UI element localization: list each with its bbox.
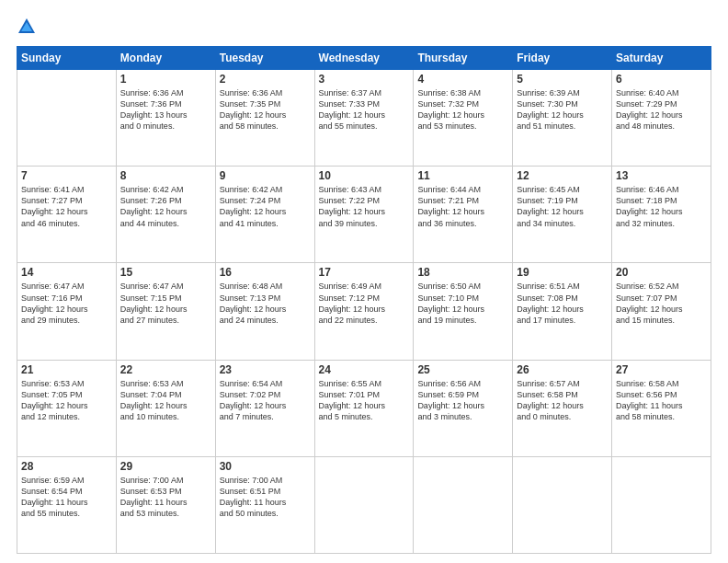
day-number: 2	[220, 73, 311, 86]
header	[17, 17, 711, 37]
logo	[17, 17, 39, 37]
calendar-cell: 5Sunrise: 6:39 AMSunset: 7:30 PMDaylight…	[513, 70, 612, 167]
day-number: 7	[21, 169, 112, 182]
calendar-cell: 10Sunrise: 6:43 AMSunset: 7:22 PMDayligh…	[314, 167, 414, 263]
calendar-cell: 30Sunrise: 7:00 AMSunset: 6:51 PMDayligh…	[215, 456, 314, 553]
calendar-cell: 21Sunrise: 6:53 AMSunset: 7:05 PMDayligh…	[17, 360, 117, 456]
day-info: Sunrise: 6:39 AMSunset: 7:30 PMDaylight:…	[517, 87, 608, 132]
weekday-header-tuesday: Tuesday	[215, 47, 314, 70]
calendar-cell	[414, 456, 513, 553]
day-info: Sunrise: 6:46 AMSunset: 7:18 PMDaylight:…	[616, 184, 707, 229]
day-info: Sunrise: 6:42 AMSunset: 7:26 PMDaylight:…	[120, 184, 211, 229]
weekday-header-saturday: Saturday	[612, 47, 711, 70]
day-info: Sunrise: 6:43 AMSunset: 7:22 PMDaylight:…	[319, 184, 410, 229]
page: SundayMondayTuesdayWednesdayThursdayFrid…	[0, 0, 728, 563]
weekday-header-friday: Friday	[513, 47, 612, 70]
calendar-cell: 27Sunrise: 6:58 AMSunset: 6:56 PMDayligh…	[612, 360, 711, 456]
day-info: Sunrise: 6:40 AMSunset: 7:29 PMDaylight:…	[616, 87, 707, 132]
day-info: Sunrise: 6:42 AMSunset: 7:24 PMDaylight:…	[220, 184, 311, 229]
day-info: Sunrise: 6:50 AMSunset: 7:10 PMDaylight:…	[417, 281, 508, 326]
day-number: 1	[120, 73, 211, 86]
day-number: 22	[120, 363, 211, 376]
day-info: Sunrise: 6:52 AMSunset: 7:07 PMDaylight:…	[616, 281, 707, 326]
day-info: Sunrise: 6:45 AMSunset: 7:19 PMDaylight:…	[517, 184, 608, 229]
calendar-cell: 13Sunrise: 6:46 AMSunset: 7:18 PMDayligh…	[612, 167, 711, 263]
day-info: Sunrise: 6:48 AMSunset: 7:13 PMDaylight:…	[220, 281, 311, 326]
day-number: 18	[417, 266, 508, 279]
day-info: Sunrise: 6:36 AMSunset: 7:35 PMDaylight:…	[220, 87, 311, 132]
calendar-header-row: SundayMondayTuesdayWednesdayThursdayFrid…	[17, 47, 711, 70]
calendar-cell: 28Sunrise: 6:59 AMSunset: 6:54 PMDayligh…	[17, 456, 117, 553]
calendar-cell: 8Sunrise: 6:42 AMSunset: 7:26 PMDaylight…	[116, 167, 215, 263]
calendar-cell: 3Sunrise: 6:37 AMSunset: 7:33 PMDaylight…	[314, 70, 414, 167]
day-info: Sunrise: 6:37 AMSunset: 7:33 PMDaylight:…	[319, 87, 410, 132]
calendar-week-1: 1Sunrise: 6:36 AMSunset: 7:36 PMDaylight…	[17, 70, 711, 167]
day-number: 15	[120, 266, 211, 279]
day-number: 24	[319, 363, 410, 376]
calendar-cell	[314, 456, 414, 553]
calendar-cell: 6Sunrise: 6:40 AMSunset: 7:29 PMDaylight…	[612, 70, 711, 167]
calendar-cell: 7Sunrise: 6:41 AMSunset: 7:27 PMDaylight…	[17, 167, 117, 263]
calendar-cell: 2Sunrise: 6:36 AMSunset: 7:35 PMDaylight…	[215, 70, 314, 167]
day-number: 9	[220, 169, 311, 182]
calendar-cell: 22Sunrise: 6:53 AMSunset: 7:04 PMDayligh…	[116, 360, 215, 456]
day-number: 17	[319, 266, 410, 279]
day-info: Sunrise: 6:59 AMSunset: 6:54 PMDaylight:…	[21, 475, 112, 520]
day-info: Sunrise: 6:47 AMSunset: 7:15 PMDaylight:…	[120, 281, 211, 326]
day-info: Sunrise: 6:58 AMSunset: 6:56 PMDaylight:…	[616, 378, 707, 423]
day-number: 10	[319, 169, 410, 182]
day-number: 11	[417, 169, 508, 182]
day-info: Sunrise: 6:55 AMSunset: 7:01 PMDaylight:…	[319, 378, 410, 423]
day-number: 28	[21, 460, 112, 473]
calendar-cell: 18Sunrise: 6:50 AMSunset: 7:10 PMDayligh…	[414, 263, 513, 360]
calendar-cell: 15Sunrise: 6:47 AMSunset: 7:15 PMDayligh…	[116, 263, 215, 360]
day-number: 4	[417, 73, 508, 86]
day-info: Sunrise: 6:36 AMSunset: 7:36 PMDaylight:…	[120, 87, 211, 132]
day-number: 21	[21, 363, 112, 376]
day-info: Sunrise: 6:56 AMSunset: 6:59 PMDaylight:…	[417, 378, 508, 423]
weekday-header-monday: Monday	[116, 47, 215, 70]
day-number: 29	[120, 460, 211, 473]
day-info: Sunrise: 7:00 AMSunset: 6:53 PMDaylight:…	[120, 475, 211, 520]
calendar-cell	[17, 70, 117, 167]
day-number: 12	[517, 169, 608, 182]
day-info: Sunrise: 6:53 AMSunset: 7:05 PMDaylight:…	[21, 378, 112, 423]
day-info: Sunrise: 6:41 AMSunset: 7:27 PMDaylight:…	[21, 184, 112, 229]
calendar-cell: 29Sunrise: 7:00 AMSunset: 6:53 PMDayligh…	[116, 456, 215, 553]
weekday-header-thursday: Thursday	[414, 47, 513, 70]
day-number: 16	[220, 266, 311, 279]
day-info: Sunrise: 6:49 AMSunset: 7:12 PMDaylight:…	[319, 281, 410, 326]
day-number: 14	[21, 266, 112, 279]
calendar-cell: 20Sunrise: 6:52 AMSunset: 7:07 PMDayligh…	[612, 263, 711, 360]
day-info: Sunrise: 6:54 AMSunset: 7:02 PMDaylight:…	[220, 378, 311, 423]
day-number: 6	[616, 73, 707, 86]
calendar-cell: 9Sunrise: 6:42 AMSunset: 7:24 PMDaylight…	[215, 167, 314, 263]
logo-icon	[17, 17, 37, 37]
calendar-cell: 23Sunrise: 6:54 AMSunset: 7:02 PMDayligh…	[215, 360, 314, 456]
day-number: 23	[220, 363, 311, 376]
day-number: 8	[120, 169, 211, 182]
weekday-header-sunday: Sunday	[17, 47, 117, 70]
day-info: Sunrise: 6:57 AMSunset: 6:58 PMDaylight:…	[517, 378, 608, 423]
calendar-cell: 4Sunrise: 6:38 AMSunset: 7:32 PMDaylight…	[414, 70, 513, 167]
calendar-cell: 24Sunrise: 6:55 AMSunset: 7:01 PMDayligh…	[314, 360, 414, 456]
day-number: 3	[319, 73, 410, 86]
day-info: Sunrise: 6:51 AMSunset: 7:08 PMDaylight:…	[517, 281, 608, 326]
calendar-cell	[513, 456, 612, 553]
calendar-week-3: 14Sunrise: 6:47 AMSunset: 7:16 PMDayligh…	[17, 263, 711, 360]
day-info: Sunrise: 6:44 AMSunset: 7:21 PMDaylight:…	[417, 184, 508, 229]
day-number: 5	[517, 73, 608, 86]
day-number: 25	[417, 363, 508, 376]
calendar-cell: 26Sunrise: 6:57 AMSunset: 6:58 PMDayligh…	[513, 360, 612, 456]
day-number: 27	[616, 363, 707, 376]
calendar-cell: 19Sunrise: 6:51 AMSunset: 7:08 PMDayligh…	[513, 263, 612, 360]
calendar-cell: 11Sunrise: 6:44 AMSunset: 7:21 PMDayligh…	[414, 167, 513, 263]
day-number: 13	[616, 169, 707, 182]
calendar-cell: 17Sunrise: 6:49 AMSunset: 7:12 PMDayligh…	[314, 263, 414, 360]
calendar-week-2: 7Sunrise: 6:41 AMSunset: 7:27 PMDaylight…	[17, 167, 711, 263]
day-number: 30	[220, 460, 311, 473]
calendar-cell	[612, 456, 711, 553]
calendar-table: SundayMondayTuesdayWednesdayThursdayFrid…	[17, 46, 711, 554]
calendar-cell: 14Sunrise: 6:47 AMSunset: 7:16 PMDayligh…	[17, 263, 117, 360]
calendar-week-5: 28Sunrise: 6:59 AMSunset: 6:54 PMDayligh…	[17, 456, 711, 553]
